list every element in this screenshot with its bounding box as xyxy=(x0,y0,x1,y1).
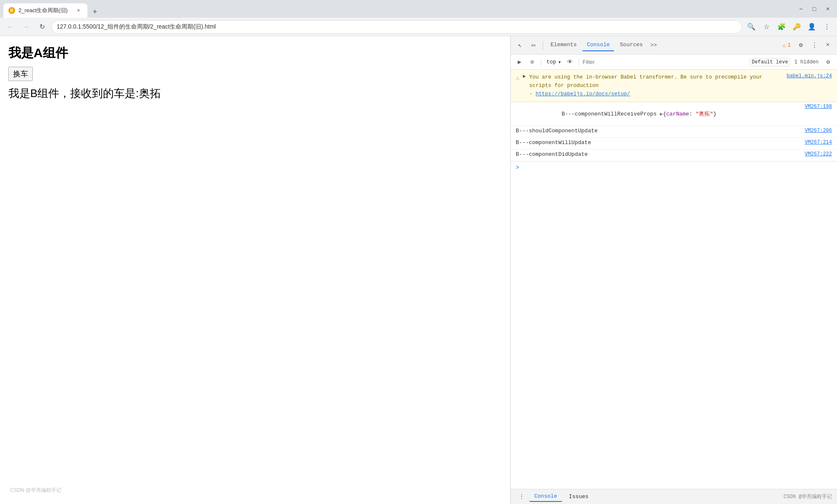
close-button[interactable]: × xyxy=(822,3,834,15)
tab-sources[interactable]: Sources xyxy=(616,39,647,51)
devtools-panel: ↖ ▭ Elements Console Sources >> ⚠ 1 ⚙ ⋮ … xyxy=(510,36,837,504)
devtools-right-controls: ⚠ 1 ⚙ ⋮ × xyxy=(780,39,834,51)
window-controls: − □ × xyxy=(795,3,834,15)
tab-title: 2_react生命周期(旧) xyxy=(18,7,71,14)
devtools-close-icon[interactable]: × xyxy=(822,39,834,51)
bottom-tab-console[interactable]: Console xyxy=(529,491,562,502)
warning-triangle-icon: ⚠ xyxy=(516,74,520,82)
entry-text-2: B---shouldComponentUpdate xyxy=(516,128,805,134)
inspect-element-icon[interactable]: ↖ xyxy=(514,39,526,51)
console-toolbar: ▶ ⊘ top ▾ 👁 Default leve 1 hidden ⚙ xyxy=(511,55,837,70)
settings-icon[interactable]: ⚙ xyxy=(795,39,807,51)
console-output: ⚠ ▶ You are using the in-browser Babel t… xyxy=(511,70,837,489)
tab-bar: R 2_react生命周期(旧) × + xyxy=(3,0,792,18)
warning-count: 1 xyxy=(787,42,791,48)
new-tab-button[interactable]: + xyxy=(89,6,101,18)
nav-right-icons: 🔍 ☆ 🧩 🔑 👤 ⋮ xyxy=(745,20,834,34)
bottom-bar-menu-icon[interactable]: ⋮ xyxy=(516,491,527,503)
devtools-more-icon[interactable]: ⋮ xyxy=(808,39,820,51)
warning-badge[interactable]: ⚠ 1 xyxy=(780,40,793,50)
nav-bar: ← → ↻ 127.0.0.1:5500/12_组件的生命周期/2_react生… xyxy=(0,18,837,36)
page-heading: 我是A组件 xyxy=(8,45,502,62)
change-car-button[interactable]: 换车 xyxy=(8,67,33,81)
page-sub-text: 我是B组件，接收到的车是:奥拓 xyxy=(8,86,502,101)
warning-source-link[interactable]: babel.min.js:24 xyxy=(787,73,832,79)
warning-icon: ⚠ xyxy=(782,42,786,49)
entry-text-1: B---componentWillReceiveProps ▶{carName:… xyxy=(516,104,805,124)
babel-docs-link[interactable]: https://babeljs.io/docs/setup/ xyxy=(535,91,630,97)
entry-source-3[interactable]: VM267:214 xyxy=(805,139,832,145)
search-icon[interactable]: 🔍 xyxy=(745,20,758,34)
tab-console[interactable]: Console xyxy=(582,39,614,51)
maximize-button[interactable]: □ xyxy=(808,3,820,15)
more-tabs-button[interactable]: >> xyxy=(649,39,659,51)
extension-icon[interactable]: 🧩 xyxy=(775,20,788,34)
bookmark-icon[interactable]: ☆ xyxy=(760,20,773,34)
entry-source-1[interactable]: VM267:198 xyxy=(805,104,832,110)
console-entry-1: B---componentWillReceiveProps ▶{carName:… xyxy=(511,102,837,126)
console-prompt-icon: > xyxy=(516,164,519,171)
tab-close-button[interactable]: × xyxy=(75,7,82,14)
execute-icon[interactable]: ▶ xyxy=(514,57,525,68)
bottom-tab-issues[interactable]: Issues xyxy=(564,492,594,501)
warning-text: You are using the in-browser Babel trans… xyxy=(529,73,783,98)
entry-source-2[interactable]: VM267:206 xyxy=(805,128,832,134)
entry-text-4: B---componentDidUpdate xyxy=(516,151,805,158)
title-bar: R 2_react生命周期(旧) × + − □ × xyxy=(0,0,837,18)
password-icon[interactable]: 🔑 xyxy=(790,20,803,34)
block-icon[interactable]: ⊘ xyxy=(527,57,538,68)
minimize-button[interactable]: − xyxy=(795,3,807,15)
console-toolbar-divider xyxy=(541,58,541,66)
watermark: CSDN @学亮编程手记 xyxy=(10,487,61,494)
page-content: 我是A组件 换车 我是B组件，接收到的车是:奥拓 CSDN @学亮编程手记 xyxy=(0,36,510,504)
console-input-area: > xyxy=(511,161,837,173)
bottom-bar-watermark: CSDN @学亮编程手记 xyxy=(784,493,832,500)
tab-favicon: R xyxy=(8,7,15,14)
devtools-bottom-bar: ⋮ Console Issues CSDN @学亮编程手记 xyxy=(511,489,837,504)
console-entries: B---componentWillReceiveProps ▶{carName:… xyxy=(511,102,837,161)
eye-icon[interactable]: 👁 xyxy=(564,57,575,68)
device-toolbar-icon[interactable]: ▭ xyxy=(527,39,539,51)
filter-input[interactable] xyxy=(582,59,748,65)
forward-button[interactable]: → xyxy=(19,20,33,34)
console-entry-3: B---componentWillUpdate VM267:214 xyxy=(511,138,837,150)
profile-icon[interactable]: 👤 xyxy=(805,20,819,34)
console-warning-entry: ⚠ ▶ You are using the in-browser Babel t… xyxy=(511,70,837,102)
entry-source-4[interactable]: VM267:222 xyxy=(805,151,832,157)
url-text: 127.0.0.1:5500/12_组件的生命周期/2_react生命周期(旧)… xyxy=(57,23,737,31)
refresh-button[interactable]: ↻ xyxy=(35,20,49,34)
console-entry-2: B---shouldComponentUpdate VM267:206 xyxy=(511,126,837,138)
more-options-icon[interactable]: ⋮ xyxy=(820,20,834,34)
browser-frame: R 2_react生命周期(旧) × + − □ × ← → ↻ 127.0.0… xyxy=(0,0,837,504)
devtools-toolbar: ↖ ▭ Elements Console Sources >> ⚠ 1 ⚙ ⋮ … xyxy=(511,36,837,55)
back-button[interactable]: ← xyxy=(3,20,17,34)
entry-text-3: B---componentWillUpdate xyxy=(516,139,805,146)
hidden-messages-badge: 1 hidden xyxy=(792,58,821,66)
console-settings-icon[interactable]: ⚙ xyxy=(823,57,834,68)
tab-elements[interactable]: Elements xyxy=(546,39,581,51)
address-bar[interactable]: 127.0.0.1:5500/12_组件的生命周期/2_react生命周期(旧)… xyxy=(51,20,742,34)
warning-expand-icon[interactable]: ▶ xyxy=(523,73,526,79)
log-level-select[interactable]: Default leve xyxy=(750,58,790,66)
active-tab[interactable]: R 2_react生命周期(旧) × xyxy=(3,3,87,18)
main-area: 我是A组件 换车 我是B组件，接收到的车是:奥拓 CSDN @学亮编程手记 ↖ … xyxy=(0,36,837,504)
console-entry-4: B---componentDidUpdate VM267:222 xyxy=(511,150,837,161)
context-selector[interactable]: top ▾ xyxy=(545,57,563,68)
expand-triangle-1[interactable]: ▶ xyxy=(660,111,663,117)
toolbar-separator xyxy=(543,41,543,50)
console-toolbar-divider2 xyxy=(579,58,579,66)
